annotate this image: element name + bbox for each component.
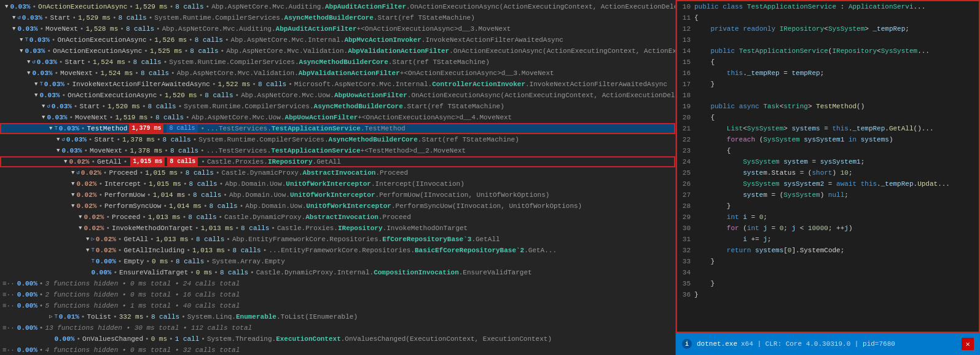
- trace-row[interactable]: ▼ 0.02% • Intercept • 1,015 ms • 8 calls…: [0, 178, 675, 189]
- expand-icon[interactable]: ▼: [79, 212, 82, 223]
- trace-row[interactable]: ▼ ↺ 0.03% • Start • 1,529 ms • 8 calls •…: [0, 12, 675, 23]
- hidden-row[interactable]: ≡·· 0.00% • 13 functions hidden • 30 ms …: [0, 322, 675, 333]
- expand-icon[interactable]: ▼: [71, 189, 74, 201]
- code-container: 10 public class TestApplicationService :…: [676, 0, 980, 333]
- trace-row[interactable]: ▼ ⊤ 0.00% • Empty • 0 ms • 8 calls • Sys…: [0, 256, 675, 267]
- code-line: 21 List<SysSystem> systems = this._tempR…: [677, 123, 979, 134]
- bottom-bar: i dotnet.exe x64 | CLR: Core 4.0.30319.0…: [676, 333, 980, 355]
- trace-row[interactable]: ▼ 0.02% • PerformUow • 1,014 ms • 8 call…: [0, 189, 675, 201]
- expand-icon[interactable]: ▼: [12, 12, 15, 23]
- code-line: 23 {: [677, 145, 979, 156]
- code-line: 26 SysSystem sysSystem2 = await this._te…: [677, 178, 979, 189]
- expand-icon[interactable]: ▼: [34, 90, 37, 101]
- code-line: 20 {: [677, 112, 979, 123]
- expand-icon[interactable]: ▼: [20, 46, 23, 57]
- code-line: 22 foreach (SysSystem sysSystem1 in syst…: [677, 134, 979, 145]
- trace-row[interactable]: ▼ 0.03% • OnActionExecutionAsync • 1,520…: [0, 90, 675, 101]
- expand-icon[interactable]: ▼: [20, 34, 23, 46]
- trace-row[interactable]: ▼ 0.02% • PerformSyncUow • 1,014 ms • 8 …: [0, 201, 675, 212]
- close-button[interactable]: ✕: [962, 338, 974, 350]
- code-line: 14 public TestApplicationService(IReposi…: [677, 46, 979, 57]
- expand-icon[interactable]: ▼: [71, 178, 74, 189]
- code-line: 31 i += j;: [677, 234, 979, 245]
- code-line: 11 {: [677, 12, 979, 23]
- expand-icon[interactable]: ▼: [27, 68, 30, 79]
- code-line: 36 }: [677, 289, 979, 300]
- trace-row[interactable]: ▼ ⊤ 0.03% • OnActionExecutionAsync • 1,5…: [0, 34, 675, 46]
- expand-icon[interactable]: ▼: [86, 245, 89, 256]
- trace-row[interactable]: ▼ ↺ 0.02% • Proceed • 1,015 ms • 8 calls…: [0, 167, 675, 178]
- calls-badge: 8 calls: [167, 123, 197, 134]
- expand-icon[interactable]: ▼: [79, 223, 82, 234]
- trace-row[interactable]: ▼ 0.02% • InvokeMethodOnTarget • 1,013 m…: [0, 223, 675, 234]
- trace-row[interactable]: ▼ ↺ 0.03% • Start • 1,520 ms • 8 calls •…: [0, 101, 675, 112]
- code-line: 10 public class TestApplicationService :…: [677, 1, 979, 12]
- ms-badge-red: 1,015 ms: [130, 156, 165, 167]
- code-line: 33 }: [677, 256, 979, 267]
- code-line: 12 private readonly IRepository<SysSyste…: [677, 23, 979, 34]
- code-line: 15 {: [677, 57, 979, 68]
- trace-row-getall[interactable]: ▼ 0.02% • GetAll • 1,015 ms 8 calls • Ca…: [0, 156, 675, 167]
- trace-row[interactable]: ▼ ⊤ 0.03% • InvokeNextActionFilterAwaite…: [0, 79, 675, 90]
- expand-icon[interactable]: ▼: [42, 112, 45, 123]
- expand-icon[interactable]: ▼: [64, 156, 67, 167]
- exe-label: dotnet.exe: [697, 340, 737, 348]
- expand-icon[interactable]: ▼: [5, 1, 8, 12]
- trace-row[interactable]: ▷ ⊤ 0.01% • ToList • 332 ms • 8 calls • …: [0, 311, 675, 322]
- code-line: 13: [677, 34, 979, 46]
- code-line: 27 system = (SysSystem) null;: [677, 189, 979, 201]
- right-panel: 10 public class TestApplicationService :…: [676, 0, 980, 355]
- test-method-label: TestMethod: [87, 123, 127, 134]
- trace-row[interactable]: ▼ 0.00% • OnValuesChanged • 0 ms • 1 cal…: [0, 333, 675, 345]
- trace-list[interactable]: ▼ 0.03% • OnActionExecutionAsync • 1,529…: [0, 0, 675, 355]
- calls-badge-red: 8 calls: [167, 156, 198, 167]
- code-line: 19 public async Task<string> TestMethod(…: [677, 101, 979, 112]
- code-line: 28 }: [677, 201, 979, 212]
- trace-row[interactable]: ▼ ⊤ 0.02% • GetAllIncluding • 1,013 ms •…: [0, 245, 675, 256]
- trace-row-selected[interactable]: ▼ ⊤ 0.03% • TestMethod 1,379 ms 8 calls …: [0, 123, 675, 134]
- hidden-row[interactable]: ≡·· 0.00% • 4 functions hidden • 0 ms to…: [0, 345, 675, 355]
- expand-icon[interactable]: ▼: [71, 201, 74, 212]
- expand-icon[interactable]: ▼: [49, 123, 52, 134]
- code-lines: 10 public class TestApplicationService :…: [677, 1, 979, 332]
- code-line: 18: [677, 90, 979, 101]
- expand-icon[interactable]: ▼: [71, 167, 74, 178]
- trace-row[interactable]: ▼ ▷ 0.02% • GetAll • 1,013 ms • 8 calls …: [0, 234, 675, 245]
- expand-icon[interactable]: ▼: [34, 79, 37, 90]
- trace-row[interactable]: ▼ 0.03% • MoveNext • 1,378 ms • 8 calls …: [0, 145, 675, 156]
- hidden-row[interactable]: ≡·· 0.00% • 5 functions hidden • 1 ms to…: [0, 300, 675, 311]
- ms-badge: 1,379 ms: [129, 123, 163, 134]
- trace-row[interactable]: ▼ 0.03% • MoveNext • 1,519 ms • 8 calls …: [0, 112, 675, 123]
- left-panel: ▼ 0.03% • OnActionExecutionAsync • 1,529…: [0, 0, 676, 355]
- expand-icon[interactable]: ▼: [27, 57, 30, 68]
- hidden-row[interactable]: ≡·· 0.00% • 3 functions hidden • 0 ms to…: [0, 278, 675, 289]
- expand-icon[interactable]: ▼: [12, 23, 15, 34]
- expand-icon[interactable]: ▼: [42, 101, 45, 112]
- code-line: 25 system.Status = (short) 10;: [677, 167, 979, 178]
- pct-value: 0.03%: [10, 1, 30, 12]
- expand-icon[interactable]: ▷: [49, 311, 52, 322]
- exe-info: x64 | CLR: Core 4.0.30319.0 | pid=7680: [741, 340, 895, 348]
- trace-row[interactable]: ▼ 0.03% • OnActionExecutionAsync • 1,525…: [0, 46, 675, 57]
- code-line: 16 this._tempRep = tempRep;: [677, 68, 979, 79]
- proceed-label: Proceed: [109, 167, 137, 178]
- hidden-row[interactable]: ≡·· 0.00% • 2 functions hidden • 0 ms to…: [0, 289, 675, 300]
- trace-row[interactable]: ▼ 0.03% • OnActionExecutionAsync • 1,529…: [0, 1, 675, 12]
- code-line: 24 SysSystem system = sysSystem1;: [677, 156, 979, 167]
- code-line: 30 for (int j = 0; j < 10000; ++j): [677, 223, 979, 234]
- trace-row[interactable]: ▼ 0.02% • Proceed • 1,013 ms • 8 calls •…: [0, 212, 675, 223]
- expand-icon[interactable]: ▼: [86, 234, 89, 245]
- code-line: 32 return systems[0].SystemCode;: [677, 245, 979, 256]
- trace-row[interactable]: ▼ ↺ 0.03% • Start • 1,378 ms • 8 calls •…: [0, 134, 675, 145]
- trace-row[interactable]: ▼ ↺ 0.03% • Start • 1,524 ms • 8 calls •…: [0, 57, 675, 68]
- expand-icon[interactable]: ▼: [57, 134, 60, 145]
- code-line: 34: [677, 267, 979, 278]
- trace-row[interactable]: ▼ 0.03% • MoveNext • 1,528 ms • 8 calls …: [0, 23, 675, 34]
- trace-row[interactable]: ▼ 0.00% • EnsureValidTarget • 0 ms • 8 c…: [0, 267, 675, 278]
- expand-icon[interactable]: ▼: [57, 145, 60, 156]
- code-line: 35 }: [677, 278, 979, 289]
- info-icon: i: [682, 339, 692, 349]
- trace-row[interactable]: ▼ 0.03% • MoveNext • 1,524 ms • 8 calls …: [0, 68, 675, 79]
- code-line: 29 int i = 0;: [677, 212, 979, 223]
- code-line: 17 }: [677, 79, 979, 90]
